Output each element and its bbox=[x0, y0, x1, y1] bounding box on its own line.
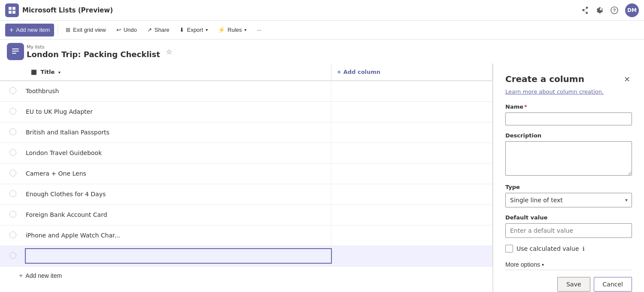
row-title-cell: Foreign Bank Account Card bbox=[26, 204, 331, 225]
my-lists-label[interactable]: My lists bbox=[27, 44, 160, 50]
row-add-col bbox=[331, 101, 492, 122]
undo-button[interactable]: ↩ Undo bbox=[112, 24, 141, 36]
exit-grid-view-button[interactable]: ⊞ Exit grid view bbox=[61, 24, 110, 36]
row-select-cell bbox=[0, 163, 26, 184]
info-icon[interactable]: ℹ bbox=[583, 246, 585, 252]
cancel-button[interactable]: Cancel bbox=[594, 277, 632, 292]
share-icon-btn[interactable] bbox=[581, 6, 589, 14]
row-select-cell bbox=[0, 143, 26, 163]
app-icon bbox=[5, 3, 19, 17]
export-chevron: ▾ bbox=[206, 27, 208, 32]
svg-rect-1 bbox=[12, 7, 15, 10]
description-input[interactable] bbox=[505, 141, 632, 176]
row-select-cell bbox=[0, 204, 26, 225]
row-add-col bbox=[331, 122, 492, 143]
default-value-field: Default value bbox=[505, 214, 632, 238]
panel-footer: Save Cancel bbox=[505, 270, 632, 292]
row-select-circle[interactable] bbox=[9, 252, 16, 259]
row-select-cell bbox=[0, 225, 26, 246]
calculated-value-checkbox[interactable] bbox=[505, 245, 513, 252]
row-add-col bbox=[331, 81, 492, 101]
row-add-col bbox=[331, 184, 492, 204]
table-row: Enough Clothes for 4 Days bbox=[0, 184, 492, 204]
table-row: iPhone and Apple Watch Char... bbox=[0, 225, 492, 246]
row-select-circle[interactable] bbox=[9, 149, 16, 156]
row-select-cell bbox=[0, 101, 26, 122]
create-column-panel: Create a column ✕ Learn more about colum… bbox=[493, 64, 644, 292]
favorite-star-icon[interactable]: ☆ bbox=[166, 48, 172, 56]
row-title-cell: Enough Clothes for 4 Days bbox=[26, 184, 331, 204]
undo-icon: ↩ bbox=[116, 27, 121, 33]
default-value-input[interactable] bbox=[505, 223, 632, 238]
table-row: Foreign Bank Account Card bbox=[0, 204, 492, 225]
row-select-circle[interactable] bbox=[9, 190, 16, 197]
row-select-circle[interactable] bbox=[9, 87, 16, 94]
active-add-col bbox=[331, 246, 492, 266]
svg-rect-6 bbox=[12, 49, 19, 49]
more-toolbar-button[interactable]: ··· bbox=[252, 24, 266, 36]
calculated-value-label: Use calculated value bbox=[516, 245, 579, 252]
table-row: Camera + One Lens bbox=[0, 163, 492, 184]
row-select-circle[interactable] bbox=[9, 128, 16, 135]
active-row bbox=[0, 246, 492, 266]
row-title-cell: British and Italian Passports bbox=[26, 122, 331, 143]
row-select-circle[interactable] bbox=[9, 170, 16, 176]
row-title-cell: EU to UK Plug Adapter bbox=[26, 101, 331, 122]
row-title-cell: iPhone and Apple Watch Char... bbox=[26, 225, 331, 246]
add-new-item-bottom-button[interactable]: + Add new item bbox=[19, 268, 62, 283]
active-title-cell bbox=[26, 246, 331, 266]
list-icon bbox=[7, 43, 24, 60]
row-select-circle[interactable] bbox=[9, 231, 16, 238]
share-icon: ↗ bbox=[147, 27, 152, 33]
app-title: Microsoft Lists (Preview) bbox=[22, 6, 578, 14]
row-add-col bbox=[331, 143, 492, 163]
row-title-cell: Toothbrush bbox=[26, 81, 331, 101]
column-icon: ⬛ bbox=[31, 70, 37, 75]
active-row-input[interactable] bbox=[26, 249, 331, 263]
rules-chevron: ▾ bbox=[244, 27, 246, 32]
table-row: London Travel Guidebook bbox=[0, 143, 492, 163]
toolbar-separator bbox=[58, 25, 58, 35]
svg-text:?: ? bbox=[613, 8, 616, 13]
learn-more-link[interactable]: Learn more about column creation. bbox=[505, 88, 632, 95]
description-label: Description bbox=[505, 132, 632, 139]
table-row: British and Italian Passports bbox=[0, 122, 492, 143]
table-header: ⬛ Title ▾ + Add column bbox=[0, 64, 492, 81]
list-table: ⬛ Title ▾ + Add column ToothbrushEU to U… bbox=[0, 64, 492, 267]
row-select-circle[interactable] bbox=[9, 108, 16, 115]
select-all-header bbox=[0, 64, 26, 81]
add-new-item-button[interactable]: + Add new item bbox=[5, 24, 54, 36]
type-select-wrapper: Single line of textMultiple lines of tex… bbox=[505, 193, 632, 207]
share-button[interactable]: ↗ Share bbox=[143, 24, 174, 36]
title-sort-icon: ▾ bbox=[58, 70, 61, 75]
panel-close-button[interactable]: ✕ bbox=[622, 74, 632, 85]
add-column-header[interactable]: + Add column bbox=[331, 64, 492, 81]
help-icon-btn[interactable]: ? bbox=[611, 6, 618, 14]
row-select-circle[interactable] bbox=[9, 211, 16, 218]
row-select-cell bbox=[0, 81, 26, 101]
row-title-cell: Camera + One Lens bbox=[26, 163, 331, 184]
type-select[interactable]: Single line of textMultiple lines of tex… bbox=[505, 193, 632, 207]
settings-icon-btn[interactable] bbox=[596, 6, 604, 14]
plus-icon: + bbox=[19, 272, 23, 280]
save-button[interactable]: Save bbox=[557, 277, 590, 292]
calculated-value-row: Use calculated value ℹ bbox=[505, 245, 632, 252]
name-field: Name* bbox=[505, 103, 632, 125]
row-add-col bbox=[331, 204, 492, 225]
main-area: ⬛ Title ▾ + Add column ToothbrushEU to U… bbox=[0, 64, 644, 292]
avatar[interactable]: DM bbox=[625, 3, 639, 17]
panel-header: Create a column ✕ bbox=[505, 74, 632, 85]
plus-icon: + bbox=[9, 26, 13, 34]
type-field: Type Single line of textMultiple lines o… bbox=[505, 184, 632, 207]
row-add-col bbox=[331, 163, 492, 184]
grid-icon: ⊞ bbox=[66, 27, 70, 33]
more-options-button[interactable]: More options ▾ bbox=[505, 259, 632, 270]
title-column-header[interactable]: ⬛ Title ▾ bbox=[26, 64, 331, 81]
rules-button[interactable]: ⚡ Rules ▾ bbox=[214, 24, 251, 36]
breadcrumb: My lists London Trip: Packing Checklist … bbox=[0, 40, 644, 64]
more-icon: ··· bbox=[257, 27, 261, 33]
default-value-label: Default value bbox=[505, 214, 632, 221]
name-input[interactable] bbox=[505, 113, 632, 125]
row-title-cell: London Travel Guidebook bbox=[26, 143, 331, 163]
export-button[interactable]: ⬇ Export ▾ bbox=[175, 24, 212, 36]
